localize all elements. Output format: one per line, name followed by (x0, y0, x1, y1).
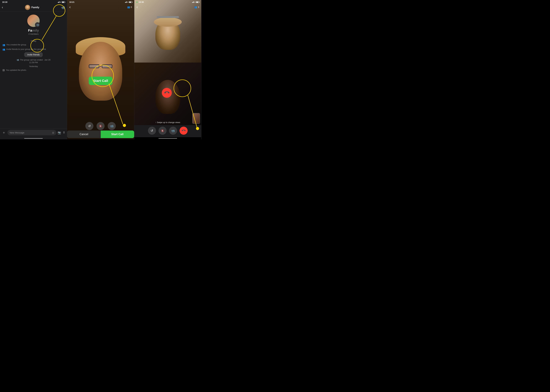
person-container (79, 39, 122, 101)
call-ended-time: 11:59 PM (29, 61, 38, 64)
status-icons-2: ▾ (125, 1, 132, 3)
end-call-button[interactable]: 📞 (162, 88, 172, 98)
people-icon-2: 👥 (127, 6, 130, 8)
rotate-camera-button[interactable]: ↺ (85, 122, 93, 130)
home-indicator-1 (24, 138, 43, 139)
date-divider-yesterday: Yesterday (2, 65, 64, 68)
video-icon[interactable]: 📹 (61, 6, 65, 9)
chat-header: ‹ Family 📹 (0, 4, 67, 11)
video2-bottom-buttons: Cancel Start Call (67, 131, 134, 138)
group-created-icon: 👥 (2, 43, 5, 47)
mute-active-button[interactable]: 🔇 (158, 127, 167, 135)
status-time-3: 10:30 (139, 1, 144, 3)
wifi-icon-2: ▾ (127, 1, 128, 3)
plus-button[interactable]: + (1, 130, 6, 135)
status-icons-1: ▾ (58, 1, 65, 3)
camera-action-icon[interactable]: 📷 (58, 131, 61, 134)
glasses-right (102, 64, 112, 68)
glasses-left (89, 64, 99, 68)
video2-participants: 👥 0 (127, 6, 132, 8)
participant-count-2: 0 (131, 6, 132, 8)
battery-icon (62, 1, 65, 3)
swipe-hint: ↑ Swipe up to change views (134, 121, 201, 124)
status-bar-1: 10:19 ▾ (0, 0, 67, 4)
status-left-3: 10:30 (136, 1, 144, 3)
man-silhouette (149, 7, 186, 56)
call-bottom-participant: 📞 ↑ Swipe up to change views (134, 63, 201, 125)
active-call-back-button[interactable]: ‹ (136, 5, 138, 9)
call-ended-msg: 📹 The group call has ended · Jan 29 11:5… (2, 59, 64, 64)
green-dot (136, 2, 137, 3)
system-msg-photo-text: You updated the photo. (6, 69, 27, 71)
camera-toggle-button[interactable]: 📹 (108, 122, 116, 130)
active-call-nav: ‹ 👥 3 (134, 4, 201, 10)
end-call-controls-button[interactable]: 📞 (179, 127, 188, 135)
signal-icon (58, 1, 59, 3)
participant-count-3: 3 (198, 6, 199, 8)
system-msg-created: 👥 You created the group. (2, 43, 64, 47)
profile-name: Family (28, 28, 39, 33)
invite-icon: 👥 (2, 48, 5, 51)
video2-back-button[interactable]: ‹ (69, 5, 71, 9)
status-time-2: 10:21 (69, 1, 74, 3)
chat-header-center: Family (25, 5, 39, 10)
battery-icon-2 (129, 1, 132, 3)
video-call-button-area: 📹 (61, 6, 65, 9)
call-ended-text: The group call has ended · Jan 29 (20, 59, 50, 61)
system-msg-photo: 🖼 You updated the photo. (2, 69, 64, 72)
system-msg-invite: 👥 Invite friends to your group via the g… (2, 48, 64, 51)
man-head-top (154, 17, 182, 27)
active-call-panel: 10:30 ▾ ‹ 👥 3 (134, 0, 201, 139)
group-avatar (25, 5, 30, 10)
profile-members: 2 members (29, 33, 39, 35)
active-call-controls: ↺ 🔇 📹 📞 (134, 125, 201, 137)
mic-action-icon[interactable]: 🎙 (63, 131, 65, 134)
man-glasses-top (157, 16, 179, 18)
wifi-icon-3: ▾ (194, 1, 195, 3)
photo-icon: 🖼 (2, 69, 5, 72)
status-icons-3: ▾ (192, 1, 199, 3)
end-call-controls-icon: 📞 (181, 128, 186, 133)
video-preview-panel: 10:21 ▾ ‹ 👥 0 ↺ 🔇 📹 Cancel Start Call St… (67, 0, 134, 139)
glasses (88, 64, 113, 68)
camera-active-button[interactable]: 📹 (169, 127, 177, 135)
date-divider-friday: Friday (2, 40, 64, 42)
signal-icon-2 (125, 1, 127, 3)
call-video-icon: 📹 (17, 59, 19, 61)
profile-avatar-wrap: 📹 (27, 14, 40, 27)
chat-title: Family (31, 6, 39, 9)
chat-messages: Friday 👥 You created the group. 👥 Invite… (0, 37, 67, 128)
start-call-overlay[interactable]: Start Call (89, 77, 113, 85)
end-call-icon: 📞 (164, 90, 170, 96)
profile-video-overlay-icon[interactable]: 📹 (35, 22, 40, 27)
home-indicator-3 (158, 138, 177, 139)
system-msg-invite-text: Invite friends to your group via the gro… (6, 48, 46, 51)
signal-icon-3 (192, 1, 194, 3)
chat-input-actions: 📷 🎙 (58, 131, 65, 134)
chat-input-bar: + New Message ◎ 📷 🎙 (0, 128, 67, 137)
group-avatar-image (25, 5, 30, 10)
system-msg-created-text: You created the group. (6, 43, 27, 46)
status-bar-2: 10:21 ▾ (67, 0, 134, 4)
animoji-icon: ◎ (52, 131, 54, 134)
call-ended-inner: 📹 The group call has ended · Jan 29 (17, 59, 50, 61)
face-silhouette (79, 42, 122, 101)
active-participants: 👥 3 (194, 6, 199, 8)
invite-friends-button[interactable]: Invite friends (24, 52, 43, 57)
back-button[interactable]: ‹ (2, 5, 3, 9)
battery-icon-3 (196, 1, 199, 3)
rotate-camera-active-button[interactable]: ↺ (148, 127, 156, 135)
wifi-icon: ▾ (60, 1, 61, 3)
status-time-1: 10:19 (2, 1, 7, 3)
video2-controls: ↺ 🔇 📹 (67, 122, 134, 130)
message-input-placeholder: New Message (10, 131, 24, 134)
message-input-field[interactable]: New Message ◎ (7, 130, 56, 135)
mute-button[interactable]: 🔇 (97, 122, 105, 130)
cancel-button[interactable]: Cancel (67, 131, 100, 138)
people-icon-3: 👥 (194, 6, 197, 8)
video-face (67, 0, 134, 139)
status-bar-3: 10:30 ▾ (134, 0, 201, 4)
glasses-bridge (100, 66, 101, 67)
start-call-bottom-button[interactable]: Start Call (101, 131, 134, 138)
chat-panel: 10:19 ▾ ‹ Family 📹 📹 Family (0, 0, 67, 139)
